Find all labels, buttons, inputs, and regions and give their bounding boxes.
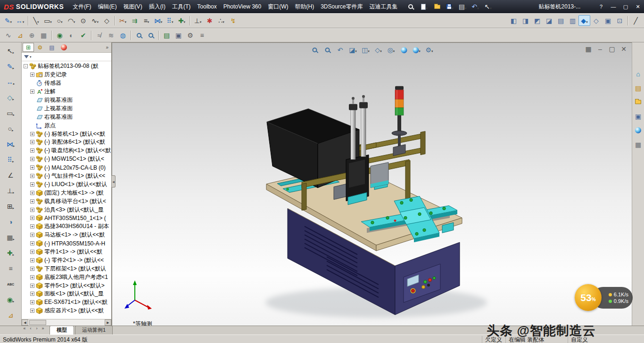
zoom-fit-icon[interactable] [309, 45, 321, 55]
flyout-sensor-icon[interactable]: ◉▸ [2, 294, 19, 305]
tree-item[interactable]: +治具<3> (默认<默认_显 [22, 205, 111, 214]
dropdown-arrow-icon[interactable]: ▾ [490, 7, 492, 10]
expander-icon[interactable]: + [30, 140, 34, 144]
apply-scene-icon[interactable]: ▾ [411, 45, 422, 55]
tab-scroll-left-icon[interactable]: ‹ [28, 323, 33, 334]
tree-item[interactable]: +历史记录 [22, 71, 111, 79]
expander-icon[interactable]: + [30, 199, 34, 204]
expander-icon[interactable]: + [30, 148, 34, 153]
resources-icon[interactable]: ⌂ [633, 69, 644, 79]
flyout-sketch-icon[interactable]: ✎▸ [2, 61, 19, 72]
offset-entities-icon[interactable]: ≡▾ [140, 15, 152, 26]
quick-snaps-icon[interactable]: ∴▾ [215, 15, 227, 26]
ellipse-icon[interactable]: ⊙ [77, 15, 89, 26]
view-front-icon[interactable]: ◧ [508, 15, 520, 26]
dropdown-arrow-icon[interactable]: ▸ [13, 300, 15, 303]
view-left-icon[interactable]: ◩ [531, 15, 543, 26]
deviation-analysis-icon[interactable]: ≉ [93, 30, 105, 41]
configuration-manager-tab[interactable]: ▤ [46, 43, 58, 52]
view-orientation-icon[interactable]: ◫▾ [360, 45, 372, 55]
tree-tabs-overflow[interactable]: » [106, 45, 110, 50]
menu-item[interactable]: 视图(V) [120, 1, 146, 13]
tree-item[interactable]: +零件1<1> -> (默认<<默 [22, 248, 111, 256]
open-icon[interactable] [431, 1, 443, 12]
tree-item[interactable]: +(-) 气缸挂件<1> (默认<< [22, 172, 111, 180]
flyout-measure-icon[interactable]: ⊿ [2, 310, 19, 321]
tree-item[interactable]: +(-) 标签机<1> (默认<<默 [22, 130, 111, 138]
circle-icon[interactable]: ○▾ [54, 15, 66, 26]
tree-item[interactable]: +(-) 吸盘结构<1> (默认<<默 [22, 147, 111, 155]
dropdown-arrow-icon[interactable]: ▸ [13, 144, 15, 148]
sketch-icon[interactable]: ✎▾ [2, 15, 14, 26]
child-close-icon[interactable]: ✕ [619, 45, 628, 53]
tree-item[interactable]: +(-) HTPA30S5M150-A-H [22, 239, 111, 248]
expander-icon[interactable]: + [30, 157, 34, 161]
expander-icon[interactable]: + [30, 300, 34, 304]
scroll-right-icon[interactable]: ▶ [105, 319, 111, 326]
flyout-dimension-icon[interactable]: ↔▸ [2, 76, 19, 88]
dropdown-arrow-icon[interactable]: ▾ [419, 49, 421, 53]
flyout-section-icon[interactable]: ◑ [2, 216, 19, 228]
dropdown-arrow-icon[interactable]: ▾ [586, 20, 588, 24]
tree-item[interactable]: +(固定) 大地板<1> -> (默 [22, 188, 111, 197]
expander-icon[interactable]: + [30, 174, 34, 178]
expander-icon[interactable]: + [30, 284, 34, 288]
file-explorer-icon[interactable] [633, 97, 644, 107]
flyout-select-icon[interactable]: ↖▸ [2, 45, 19, 57]
dropdown-arrow-icon[interactable]: ▾ [61, 20, 63, 24]
flyout-bom-icon[interactable]: ▦▸ [2, 232, 19, 243]
dropdown-arrow-icon[interactable]: ▸ [12, 98, 14, 101]
expander-icon[interactable]: + [30, 132, 34, 136]
signal-tower[interactable] [392, 86, 407, 156]
tree-item[interactable]: +上视基准面 [22, 104, 111, 113]
dropdown-arrow-icon[interactable]: ▾ [161, 20, 163, 24]
spline-icon[interactable]: ∿▾ [89, 15, 101, 26]
view-trimetric-icon[interactable]: ▣ [602, 15, 614, 26]
tree-item[interactable]: +面板<1> (默认<默认_显 [22, 290, 111, 298]
flyout-insert-icon[interactable]: ✚▸ [2, 247, 19, 259]
zoom-area-icon[interactable] [322, 45, 333, 55]
dropdown-arrow-icon[interactable]: ▾ [172, 20, 173, 24]
edit-appearance-icon[interactable] [398, 45, 410, 55]
expander-icon[interactable]: + [30, 258, 34, 262]
check-icon[interactable]: ✔ [77, 30, 89, 41]
flyout-pattern-icon[interactable]: ⠿▸ [2, 154, 19, 165]
flyout-grid-icon[interactable]: ⊞▸ [2, 201, 19, 212]
flyout-rectangle-icon[interactable]: ▭▸ [2, 107, 19, 119]
smart-dimension-icon[interactable]: ↔▾ [14, 15, 26, 26]
tree-item[interactable]: +右视基准面 [22, 113, 111, 121]
view-settings-icon[interactable]: ⚙▾ [424, 45, 435, 55]
sensor-icon[interactable]: ◉ [54, 30, 66, 41]
dropdown-arrow-icon[interactable]: ▾ [452, 7, 454, 10]
print-preview-icon[interactable]: ▣ [173, 30, 184, 41]
dropdown-arrow-icon[interactable]: ▾ [223, 20, 224, 24]
rapid-sketch-icon[interactable]: ↯ [227, 15, 239, 26]
select-pointer-icon[interactable]: ↖▾ [482, 1, 494, 12]
menu-item[interactable]: 文件(F) [69, 1, 94, 13]
dropdown-arrow-icon[interactable]: ▸ [12, 129, 14, 132]
tree-item[interactable]: +A注解 [22, 88, 111, 96]
dropdown-arrow-icon[interactable]: ▸ [13, 66, 15, 70]
child-tile-icon[interactable]: ▦ [584, 45, 593, 53]
tree-item[interactable]: +底板23哦人他用户考虑<1 [22, 273, 111, 281]
dropdown-arrow-icon[interactable]: ▾ [355, 49, 357, 53]
dropdown-arrow-icon[interactable]: ▾ [465, 7, 467, 10]
curvature-icon[interactable]: ∿ [2, 30, 14, 41]
model-3d[interactable] [112, 43, 632, 326]
flyout-mirror-icon[interactable]: ⋈▸ [2, 139, 19, 150]
flyout-tree-icon[interactable]: ≡ [2, 263, 19, 274]
tab-scroll-last-icon[interactable]: » [40, 323, 46, 334]
display-style-icon[interactable]: ◇▾ [373, 45, 384, 55]
tree-item[interactable]: -贴标签机2013-09-08 (默 [22, 62, 111, 71]
normal-to-icon[interactable]: ⊡ [614, 15, 626, 26]
display-relations-icon[interactable]: ⊥▾ [192, 15, 204, 26]
undo-icon[interactable]: ↶▾ [470, 1, 481, 12]
expander-icon[interactable]: + [30, 233, 34, 237]
options-icon[interactable]: ⚙ [184, 30, 196, 41]
dropdown-arrow-icon[interactable]: ▾ [200, 20, 202, 24]
dropdown-arrow-icon[interactable]: ▸ [13, 82, 15, 86]
expander-icon[interactable]: + [30, 208, 34, 212]
menu-item[interactable]: 3DSource零件库 [317, 1, 366, 13]
dropdown-arrow-icon[interactable]: ▾ [426, 7, 428, 10]
tree-item[interactable]: +前视基准面 [22, 96, 111, 105]
